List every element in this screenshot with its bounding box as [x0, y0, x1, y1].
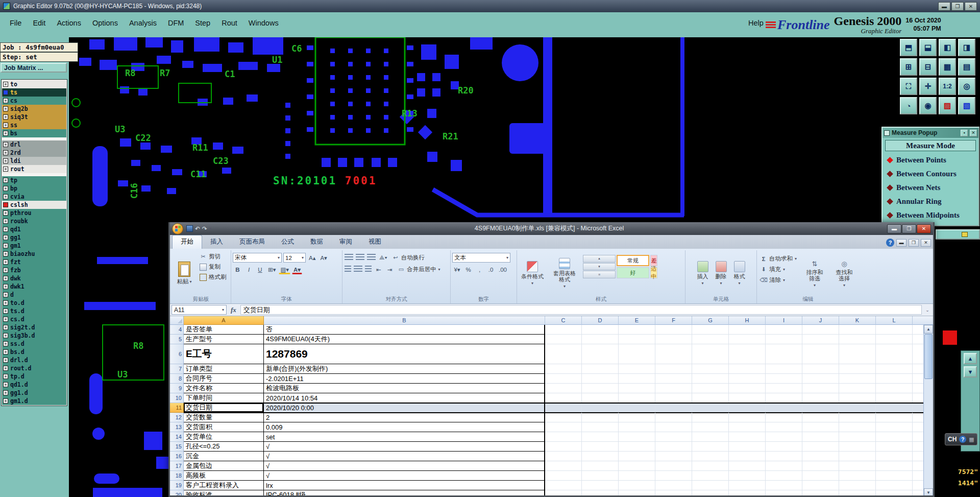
cell-F10[interactable]: [655, 393, 692, 403]
cell-J8[interactable]: [802, 374, 839, 384]
cell-H7[interactable]: [729, 364, 766, 374]
cell-E5[interactable]: [619, 335, 655, 344]
column-header-K[interactable]: K: [839, 316, 876, 325]
cell-B14[interactable]: set: [264, 432, 545, 442]
cell-J6[interactable]: [802, 344, 839, 364]
cell-I13[interactable]: [766, 422, 802, 432]
cell-J18[interactable]: [802, 471, 839, 481]
tab-页面布局[interactable]: 页面布局: [231, 235, 273, 249]
layer-item-drl[interactable]: drl: [2, 140, 66, 149]
column-header-F[interactable]: F: [655, 316, 692, 325]
layer-item-ts.d[interactable]: ts.d: [2, 307, 66, 315]
layer-checkbox[interactable]: [3, 366, 8, 371]
cell-E10[interactable]: [619, 393, 655, 403]
layer-checkbox[interactable]: [3, 150, 8, 155]
cell-J16[interactable]: [802, 452, 839, 461]
cell-I7[interactable]: [766, 364, 802, 374]
layer-item-ss.d[interactable]: ss.d: [2, 340, 66, 348]
align-middle-icon[interactable]: [356, 254, 364, 262]
minimize-button[interactable]: ▬: [938, 2, 950, 11]
cell-B5[interactable]: 4S9FM0EUA0(4天件): [264, 335, 545, 344]
cell-H13[interactable]: [729, 422, 766, 432]
cell-F14[interactable]: [655, 432, 692, 442]
cell-G13[interactable]: [692, 422, 729, 432]
cell-J4[interactable]: [802, 325, 839, 335]
cell-K9[interactable]: [839, 384, 876, 393]
layer-item-sig2t.d[interactable]: sig2t.d: [2, 323, 66, 332]
cell-B9[interactable]: 检波电路板: [264, 384, 545, 393]
row-header-7[interactable]: 7: [170, 364, 184, 374]
row-header-12[interactable]: 12: [170, 413, 184, 422]
cell-L20[interactable]: [876, 490, 913, 497]
cell-K5[interactable]: [839, 335, 876, 344]
tool-button-14[interactable]: ◉: [919, 97, 937, 114]
cell-L12[interactable]: [876, 413, 913, 422]
layer-item-tp[interactable]: tp: [2, 176, 66, 184]
cell-E11[interactable]: [619, 403, 655, 413]
cell-J5[interactable]: [802, 335, 839, 344]
cell-E17[interactable]: [619, 461, 655, 471]
layer-checkbox[interactable]: [3, 123, 8, 128]
redo-icon[interactable]: ↷: [202, 225, 207, 232]
cell-H14[interactable]: [729, 432, 766, 442]
cell-A19[interactable]: 客户工程资料录入: [184, 481, 264, 490]
increase-indent-button[interactable]: ⇥: [385, 265, 395, 274]
cell-I10[interactable]: [766, 393, 802, 403]
paste-button[interactable]: 粘贴▾: [173, 251, 196, 296]
column-header-B[interactable]: B: [264, 316, 545, 325]
fill-color-button[interactable]: ▨▾: [279, 266, 290, 274]
measure-mode-between-points[interactable]: Between Points: [883, 153, 978, 167]
layer-item-ldi[interactable]: ldi: [2, 157, 66, 165]
tool-button-10[interactable]: ✛: [919, 78, 937, 95]
cell-I17[interactable]: [766, 461, 802, 471]
cell-K19[interactable]: [839, 481, 876, 490]
row-header-16[interactable]: 16: [170, 452, 184, 461]
layer-checkbox[interactable]: [3, 194, 8, 199]
layer-checkbox[interactable]: [3, 202, 8, 207]
gallery-scroll-2[interactable]: ▾: [583, 263, 616, 271]
cell-D5[interactable]: [582, 335, 619, 344]
cell-E7[interactable]: [619, 364, 655, 374]
tab-插入[interactable]: 插入: [202, 235, 231, 249]
cell-L4[interactable]: [876, 325, 913, 335]
measure-mode-between-midpoints[interactable]: Between Midpoints: [883, 208, 978, 222]
scrollbar-thumb[interactable]: [924, 334, 933, 379]
cell-C14[interactable]: [545, 432, 582, 442]
cell-I14[interactable]: [766, 432, 802, 442]
layer-checkbox[interactable]: [3, 276, 8, 281]
cell-G7[interactable]: [692, 364, 729, 374]
layer-item-gm1.d[interactable]: gm1.d: [2, 397, 66, 405]
cell-L13[interactable]: [876, 422, 913, 432]
layer-checkbox[interactable]: [3, 259, 8, 265]
cell-L5[interactable]: [876, 335, 913, 344]
cell-G6[interactable]: [692, 344, 729, 364]
cell-A10[interactable]: 下单时间: [184, 393, 264, 403]
cell-E14[interactable]: [619, 432, 655, 442]
layer-item-pthrou[interactable]: pthrou: [2, 209, 66, 217]
cell-B8[interactable]: -2.0201E+11: [264, 374, 545, 384]
layer-checkbox[interactable]: [3, 114, 8, 120]
cell-H11[interactable]: [729, 403, 766, 413]
layer-checkbox[interactable]: [3, 251, 8, 256]
layer-item-2rd[interactable]: 2rd: [2, 149, 66, 157]
fx-icon[interactable]: fx: [228, 306, 239, 314]
cell-K11[interactable]: [839, 403, 876, 413]
layer-item-to.d[interactable]: to.d: [2, 299, 66, 307]
cell-E19[interactable]: [619, 481, 655, 490]
row-header-13[interactable]: 13: [170, 422, 184, 432]
cell-H10[interactable]: [729, 393, 766, 403]
tab-公式[interactable]: 公式: [273, 235, 302, 249]
layer-item-cslsh[interactable]: cslsh: [2, 201, 66, 209]
align-center-icon[interactable]: [354, 266, 362, 273]
strip-button-up[interactable]: ▲: [964, 353, 977, 364]
layer-item-ts[interactable]: ts: [2, 88, 66, 97]
cell-A13[interactable]: 交货面积: [184, 422, 264, 432]
cell-D6[interactable]: [582, 344, 619, 364]
layer-checkbox[interactable]: [3, 309, 8, 314]
layer-checkbox[interactable]: [3, 292, 8, 297]
cell-H4[interactable]: [729, 325, 766, 335]
cell-A9[interactable]: 文件名称: [184, 384, 264, 393]
tool-button-12[interactable]: ◎: [958, 78, 975, 95]
cell-I20[interactable]: [766, 490, 802, 497]
cell-J15[interactable]: [802, 442, 839, 452]
